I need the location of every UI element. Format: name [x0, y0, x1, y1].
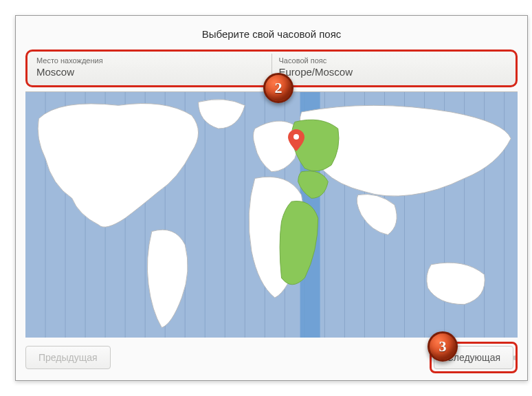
timezone-field[interactable]: Часовой пояс Europe/Moscow: [271, 54, 514, 83]
timezone-map[interactable]: [25, 91, 518, 338]
location-value: Moscow: [36, 66, 265, 78]
page-title: Выберите свой часовой пояс: [16, 16, 527, 50]
annotation-marker-2: 2: [263, 73, 293, 103]
annotation-marker-3: 3: [428, 331, 458, 362]
world-map-svg: [25, 92, 518, 338]
timezone-value: Europe/Moscow: [279, 66, 507, 78]
location-field[interactable]: Место нахождения Moscow: [30, 54, 271, 83]
timezone-label: Часовой пояс: [279, 56, 507, 65]
previous-button[interactable]: Предыдущая: [25, 346, 111, 369]
installer-window: Выберите свой часовой пояс Место нахожде…: [15, 15, 528, 381]
map-pin-icon: [288, 129, 304, 151]
location-label: Место нахождения: [36, 56, 265, 65]
svg-point-26: [293, 134, 299, 140]
